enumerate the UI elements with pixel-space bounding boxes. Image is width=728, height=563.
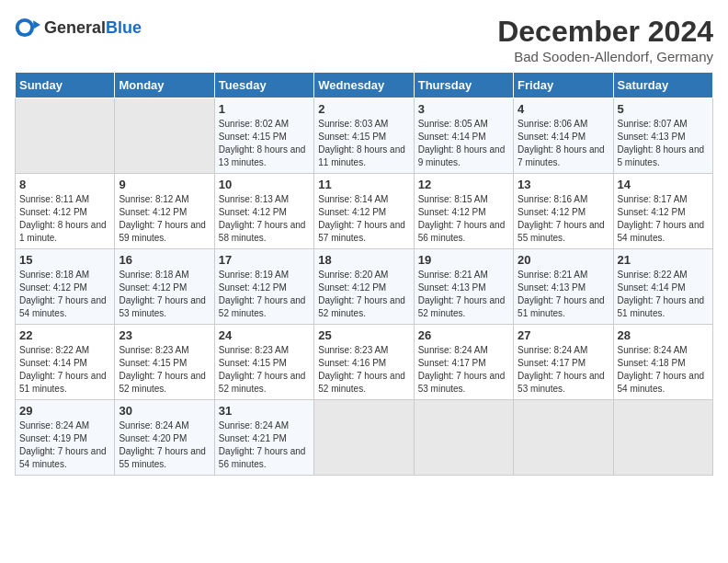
cell-details: Sunrise: 8:19 AMSunset: 4:12 PMDaylight:… bbox=[219, 269, 310, 320]
calendar-week-row: 8Sunrise: 8:11 AMSunset: 4:12 PMDaylight… bbox=[16, 174, 713, 249]
calendar-cell: 17Sunrise: 8:19 AMSunset: 4:12 PMDayligh… bbox=[214, 249, 313, 325]
day-number: 1 bbox=[219, 102, 310, 116]
day-number: 5 bbox=[618, 102, 709, 116]
logo-icon bbox=[15, 15, 40, 40]
cell-details: Sunrise: 8:24 AMSunset: 4:17 PMDaylight:… bbox=[418, 344, 509, 396]
calendar-cell: 8Sunrise: 8:11 AMSunset: 4:12 PMDaylight… bbox=[16, 174, 115, 249]
day-number: 3 bbox=[418, 102, 509, 116]
day-number: 2 bbox=[318, 102, 409, 116]
cell-details: Sunrise: 8:05 AMSunset: 4:14 PMDaylight:… bbox=[418, 118, 509, 169]
day-number: 18 bbox=[318, 253, 409, 267]
weekday-header-cell: Sunday bbox=[16, 73, 115, 98]
cell-details: Sunrise: 8:15 AMSunset: 4:12 PMDaylight:… bbox=[418, 193, 509, 245]
cell-details: Sunrise: 8:20 AMSunset: 4:12 PMDaylight:… bbox=[318, 269, 409, 320]
calendar-cell: 2Sunrise: 8:03 AMSunset: 4:15 PMDaylight… bbox=[314, 98, 414, 174]
cell-details: Sunrise: 8:02 AMSunset: 4:15 PMDaylight:… bbox=[219, 118, 310, 169]
cell-details: Sunrise: 8:18 AMSunset: 4:12 PMDaylight:… bbox=[119, 269, 210, 320]
day-number: 30 bbox=[119, 404, 210, 418]
calendar-cell: 16Sunrise: 8:18 AMSunset: 4:12 PMDayligh… bbox=[115, 249, 214, 325]
calendar-cell: 4Sunrise: 8:06 AMSunset: 4:14 PMDaylight… bbox=[514, 98, 613, 174]
day-number: 27 bbox=[518, 328, 609, 342]
cell-details: Sunrise: 8:07 AMSunset: 4:13 PMDaylight:… bbox=[618, 118, 709, 169]
cell-details: Sunrise: 8:22 AMSunset: 4:14 PMDaylight:… bbox=[19, 344, 110, 396]
logo-text-blue: Blue bbox=[106, 18, 142, 37]
cell-details: Sunrise: 8:24 AMSunset: 4:17 PMDaylight:… bbox=[518, 344, 609, 396]
day-number: 19 bbox=[418, 253, 509, 267]
weekday-header-cell: Saturday bbox=[613, 73, 712, 98]
month-title: December 2024 bbox=[497, 15, 713, 49]
cell-details: Sunrise: 8:06 AMSunset: 4:14 PMDaylight:… bbox=[518, 118, 609, 169]
weekday-header-cell: Friday bbox=[514, 73, 613, 98]
calendar-cell: 20Sunrise: 8:21 AMSunset: 4:13 PMDayligh… bbox=[514, 249, 613, 325]
cell-details: Sunrise: 8:14 AMSunset: 4:12 PMDaylight:… bbox=[318, 193, 409, 245]
day-number: 25 bbox=[318, 328, 409, 342]
day-number: 31 bbox=[219, 404, 310, 418]
svg-marker-2 bbox=[33, 20, 40, 29]
calendar-cell bbox=[16, 98, 115, 174]
calendar-header: SundayMondayTuesdayWednesdayThursdayFrid… bbox=[16, 73, 713, 98]
calendar-cell: 12Sunrise: 8:15 AMSunset: 4:12 PMDayligh… bbox=[414, 174, 513, 249]
cell-details: Sunrise: 8:23 AMSunset: 4:15 PMDaylight:… bbox=[219, 344, 310, 396]
day-number: 23 bbox=[119, 328, 210, 342]
cell-details: Sunrise: 8:03 AMSunset: 4:15 PMDaylight:… bbox=[318, 118, 409, 169]
day-number: 21 bbox=[618, 253, 709, 267]
cell-details: Sunrise: 8:24 AMSunset: 4:20 PMDaylight:… bbox=[119, 419, 210, 471]
calendar-cell: 3Sunrise: 8:05 AMSunset: 4:14 PMDaylight… bbox=[414, 98, 513, 174]
day-number: 10 bbox=[219, 178, 310, 191]
calendar-cell: 22Sunrise: 8:22 AMSunset: 4:14 PMDayligh… bbox=[16, 325, 115, 400]
cell-details: Sunrise: 8:18 AMSunset: 4:12 PMDaylight:… bbox=[19, 269, 110, 320]
calendar-cell: 13Sunrise: 8:16 AMSunset: 4:12 PMDayligh… bbox=[514, 174, 613, 249]
calendar-cell: 14Sunrise: 8:17 AMSunset: 4:12 PMDayligh… bbox=[613, 174, 712, 249]
weekday-header-cell: Tuesday bbox=[214, 73, 313, 98]
calendar-week-row: 29Sunrise: 8:24 AMSunset: 4:19 PMDayligh… bbox=[16, 400, 713, 476]
calendar-cell bbox=[613, 400, 712, 476]
day-number: 22 bbox=[19, 328, 110, 342]
calendar-cell bbox=[514, 400, 613, 476]
day-number: 29 bbox=[19, 404, 110, 418]
calendar-table: SundayMondayTuesdayWednesdayThursdayFrid… bbox=[15, 72, 713, 476]
calendar-cell: 9Sunrise: 8:12 AMSunset: 4:12 PMDaylight… bbox=[115, 174, 214, 249]
calendar-cell: 18Sunrise: 8:20 AMSunset: 4:12 PMDayligh… bbox=[314, 249, 414, 325]
day-number: 20 bbox=[518, 253, 609, 267]
day-number: 14 bbox=[618, 178, 709, 191]
cell-details: Sunrise: 8:24 AMSunset: 4:19 PMDaylight:… bbox=[19, 419, 110, 471]
day-number: 12 bbox=[418, 178, 509, 191]
day-number: 24 bbox=[219, 328, 310, 342]
cell-details: Sunrise: 8:13 AMSunset: 4:12 PMDaylight:… bbox=[219, 193, 310, 245]
logo: GeneralBlue bbox=[15, 15, 142, 40]
cell-details: Sunrise: 8:22 AMSunset: 4:14 PMDaylight:… bbox=[618, 269, 709, 320]
calendar-cell: 27Sunrise: 8:24 AMSunset: 4:17 PMDayligh… bbox=[514, 325, 613, 400]
calendar-week-row: 15Sunrise: 8:18 AMSunset: 4:12 PMDayligh… bbox=[16, 249, 713, 325]
weekday-header-cell: Wednesday bbox=[314, 73, 414, 98]
cell-details: Sunrise: 8:17 AMSunset: 4:12 PMDaylight:… bbox=[618, 193, 709, 245]
calendar-cell bbox=[314, 400, 414, 476]
title-block: December 2024 Bad Sooden-Allendorf, Germ… bbox=[497, 15, 713, 64]
calendar-cell: 10Sunrise: 8:13 AMSunset: 4:12 PMDayligh… bbox=[214, 174, 313, 249]
day-number: 15 bbox=[19, 253, 110, 267]
day-number: 13 bbox=[518, 178, 609, 191]
calendar-week-row: 1Sunrise: 8:02 AMSunset: 4:15 PMDaylight… bbox=[16, 98, 713, 174]
cell-details: Sunrise: 8:24 AMSunset: 4:21 PMDaylight:… bbox=[219, 419, 310, 471]
cell-details: Sunrise: 8:23 AMSunset: 4:15 PMDaylight:… bbox=[119, 344, 210, 396]
calendar-cell: 19Sunrise: 8:21 AMSunset: 4:13 PMDayligh… bbox=[414, 249, 513, 325]
cell-details: Sunrise: 8:23 AMSunset: 4:16 PMDaylight:… bbox=[318, 344, 409, 396]
page-header: GeneralBlue December 2024 Bad Sooden-All… bbox=[15, 15, 713, 64]
calendar-cell: 11Sunrise: 8:14 AMSunset: 4:12 PMDayligh… bbox=[314, 174, 414, 249]
calendar-cell bbox=[115, 98, 214, 174]
cell-details: Sunrise: 8:12 AMSunset: 4:12 PMDaylight:… bbox=[119, 193, 210, 245]
cell-details: Sunrise: 8:16 AMSunset: 4:12 PMDaylight:… bbox=[518, 193, 609, 245]
weekday-header-row: SundayMondayTuesdayWednesdayThursdayFrid… bbox=[16, 73, 713, 98]
calendar-cell: 31Sunrise: 8:24 AMSunset: 4:21 PMDayligh… bbox=[214, 400, 313, 476]
calendar-cell: 5Sunrise: 8:07 AMSunset: 4:13 PMDaylight… bbox=[613, 98, 712, 174]
calendar-cell: 28Sunrise: 8:24 AMSunset: 4:18 PMDayligh… bbox=[613, 325, 712, 400]
calendar-cell: 21Sunrise: 8:22 AMSunset: 4:14 PMDayligh… bbox=[613, 249, 712, 325]
calendar-cell: 25Sunrise: 8:23 AMSunset: 4:16 PMDayligh… bbox=[314, 325, 414, 400]
day-number: 17 bbox=[219, 253, 310, 267]
weekday-header-cell: Monday bbox=[115, 73, 214, 98]
calendar-week-row: 22Sunrise: 8:22 AMSunset: 4:14 PMDayligh… bbox=[16, 325, 713, 400]
cell-details: Sunrise: 8:11 AMSunset: 4:12 PMDaylight:… bbox=[19, 193, 110, 245]
calendar-cell: 29Sunrise: 8:24 AMSunset: 4:19 PMDayligh… bbox=[16, 400, 115, 476]
calendar-cell: 26Sunrise: 8:24 AMSunset: 4:17 PMDayligh… bbox=[414, 325, 513, 400]
weekday-header-cell: Thursday bbox=[414, 73, 513, 98]
calendar-cell bbox=[414, 400, 513, 476]
